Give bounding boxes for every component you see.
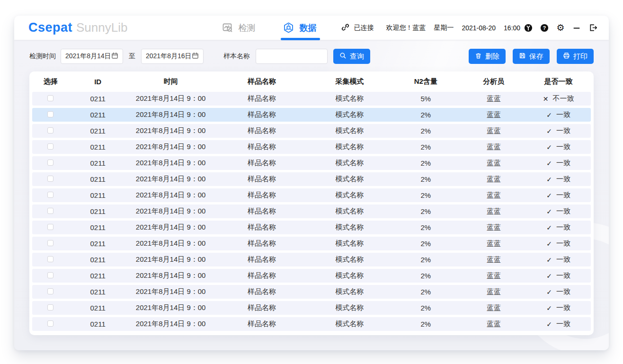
cell-consistency: ✓ 一致 <box>526 303 591 312</box>
search-button[interactable]: 查询 <box>333 49 370 64</box>
cell-mode: 模式名称 <box>309 191 390 200</box>
cell-mode: 模式名称 <box>309 287 390 296</box>
date-to-input[interactable]: 2021年8月16日 <box>141 49 204 64</box>
cell-id: 0211 <box>69 320 127 328</box>
row-checkbox[interactable] <box>47 111 53 117</box>
table-row[interactable]: 0211 2021年8月14日 9：00 样品名称 模式名称 2% 蓝蓝 ✓ 一… <box>32 221 591 234</box>
column-header: 是否一致 <box>526 77 591 86</box>
column-header: 选择 <box>32 77 69 86</box>
tab-detect[interactable]: 检测 <box>222 16 255 40</box>
weekday-text: 星期一 <box>434 24 454 32</box>
cell-time: 2021年8月14日 9：00 <box>126 94 214 103</box>
table-row[interactable]: 0211 2021年8月14日 9：00 样品名称 模式名称 2% 蓝蓝 ✓ 一… <box>32 156 591 170</box>
cell-sample-name: 样品名称 <box>215 303 309 312</box>
row-checkbox[interactable] <box>47 288 53 294</box>
cell-sample-name: 样品名称 <box>215 110 309 119</box>
date-from-input[interactable]: 2021年8月14日 <box>61 49 123 64</box>
table-row[interactable]: 0211 2021年8月14日 9：00 样品名称 模式名称 2% 蓝蓝 ✓ 一… <box>32 269 591 283</box>
cell-consistency: ✓ 一致 <box>526 110 591 119</box>
row-checkbox[interactable] <box>47 240 53 246</box>
row-checkbox[interactable] <box>47 208 53 214</box>
svg-text:?: ? <box>543 25 546 30</box>
cell-sample-name: 样品名称 <box>215 255 309 264</box>
cell-analyst: 蓝蓝 <box>461 175 526 184</box>
table-row[interactable]: 0211 2021年8月14日 9：00 样品名称 模式名称 2% 蓝蓝 ✓ 一… <box>32 124 591 138</box>
table-row[interactable]: 0211 2021年8月14日 9：00 样品名称 模式名称 2% 蓝蓝 ✓ 一… <box>32 140 591 154</box>
printer-icon <box>563 52 570 61</box>
row-checkbox[interactable] <box>47 272 53 278</box>
search-button-label: 查询 <box>350 52 364 61</box>
cell-n2: 2% <box>390 304 461 312</box>
cell-n2: 2% <box>390 159 461 167</box>
consistency-label: 一致 <box>556 223 570 232</box>
row-checkbox[interactable] <box>47 160 53 166</box>
row-checkbox[interactable] <box>47 95 53 101</box>
cell-time: 2021年8月14日 9：00 <box>126 239 214 248</box>
table-row[interactable]: 0211 2021年8月14日 9：00 样品名称 模式名称 2% 蓝蓝 ✓ 一… <box>32 237 591 250</box>
tab-data[interactable]: 数据 <box>283 16 316 40</box>
app-window: Csepat SunnyLib 检测 <box>14 16 609 350</box>
table-row[interactable]: 0211 2021年8月14日 9：00 样品名称 模式名称 2% 蓝蓝 ✓ 一… <box>32 285 591 299</box>
cell-consistency: ✓ 一致 <box>526 175 591 184</box>
cell-consistency: ✓ 一致 <box>526 320 591 328</box>
settings-gear-icon[interactable]: ⚙ <box>556 23 565 33</box>
table-row[interactable]: 0211 2021年8月14日 9：00 样品名称 模式名称 2% 蓝蓝 ✓ 一… <box>32 188 591 202</box>
row-checkbox[interactable] <box>47 224 53 230</box>
cell-analyst: 蓝蓝 <box>461 223 526 232</box>
cell-id: 0211 <box>69 127 127 135</box>
sample-name-input[interactable] <box>256 49 328 64</box>
table-row[interactable]: 0211 2021年8月14日 9：00 样品名称 模式名称 2% 蓝蓝 ✓ 一… <box>32 301 591 315</box>
date-text: 2021-08-20 <box>462 24 496 32</box>
cell-id: 0211 <box>69 256 127 264</box>
cell-consistency: ✓ 一致 <box>526 271 591 280</box>
row-checkbox[interactable] <box>47 256 53 262</box>
help-icon[interactable]: ? <box>540 23 549 33</box>
consistency-mark-icon: ✓ <box>546 192 552 199</box>
brand-suffix: SunnyLib <box>76 20 127 35</box>
tools-icon[interactable] <box>524 23 533 33</box>
cell-sample-name: 样品名称 <box>215 320 309 328</box>
brand-name: Csepat <box>28 20 72 35</box>
row-checkbox[interactable] <box>47 304 53 311</box>
cell-id: 0211 <box>69 191 127 199</box>
table-row[interactable]: 0211 2021年8月14日 9：00 样品名称 模式名称 2% 蓝蓝 ✓ 一… <box>32 253 591 266</box>
cell-consistency: ✓ 一致 <box>526 191 591 200</box>
cell-mode: 模式名称 <box>309 255 390 264</box>
cell-analyst: 蓝蓝 <box>461 94 526 103</box>
cell-id: 0211 <box>69 304 127 312</box>
tab-data-label: 数据 <box>299 22 316 34</box>
navbar: Csepat SunnyLib 检测 <box>14 16 609 40</box>
cell-time: 2021年8月14日 9：00 <box>126 159 214 168</box>
logout-icon[interactable] <box>588 23 597 33</box>
table-row[interactable]: 0211 2021年8月14日 9：00 样品名称 模式名称 2% 蓝蓝 ✓ 一… <box>32 108 591 122</box>
consistency-mark-icon: ✓ <box>546 160 552 167</box>
row-checkbox[interactable] <box>47 176 53 182</box>
content-area: 检测时间 2021年8月14日 至 2021年8月16日 <box>14 40 609 350</box>
cell-time: 2021年8月14日 9：00 <box>126 110 214 119</box>
cell-time: 2021年8月14日 9：00 <box>126 191 214 200</box>
minimize-icon[interactable] <box>572 23 581 33</box>
table-row[interactable]: 0211 2021年8月14日 9：00 样品名称 模式名称 2% 蓝蓝 ✓ 一… <box>32 172 591 186</box>
search-icon <box>339 52 347 61</box>
cell-n2: 2% <box>390 223 461 231</box>
date-range-to-label: 至 <box>129 52 135 61</box>
save-button[interactable]: 保存 <box>513 49 550 64</box>
cell-time: 2021年8月14日 9：00 <box>126 271 214 280</box>
delete-button[interactable]: 删除 <box>469 49 506 64</box>
print-button[interactable]: 打印 <box>557 49 594 64</box>
trash-icon <box>475 52 482 61</box>
row-checkbox[interactable] <box>47 127 53 133</box>
cell-n2: 2% <box>390 256 461 264</box>
row-checkbox[interactable] <box>47 143 53 150</box>
table-row[interactable]: 0211 2021年8月14日 9：00 样品名称 模式名称 2% 蓝蓝 ✓ 一… <box>32 317 591 331</box>
consistency-mark-icon: ✓ <box>546 304 552 312</box>
consistency-mark-icon: ✓ <box>546 272 552 280</box>
connection-label: 已连接 <box>354 24 374 32</box>
row-checkbox[interactable] <box>47 320 53 327</box>
row-checkbox[interactable] <box>47 192 53 198</box>
table-row[interactable]: 0211 2021年8月14日 9：00 样品名称 模式名称 5% 蓝蓝 ✕ 不… <box>32 92 591 106</box>
table-row[interactable]: 0211 2021年8月14日 9：00 样品名称 模式名称 2% 蓝蓝 ✓ 一… <box>32 204 591 218</box>
cell-id: 0211 <box>69 240 127 248</box>
cell-mode: 模式名称 <box>309 142 390 151</box>
cell-mode: 模式名称 <box>309 207 390 216</box>
